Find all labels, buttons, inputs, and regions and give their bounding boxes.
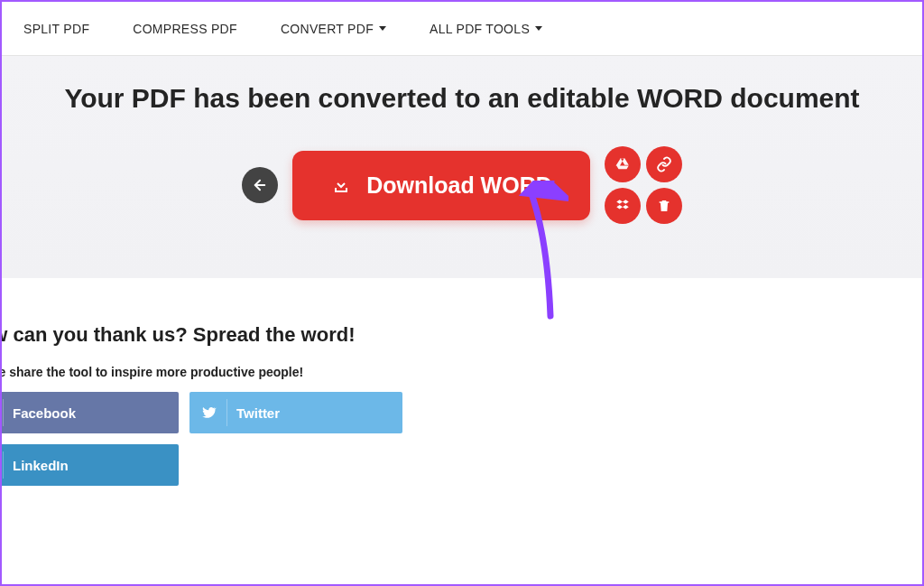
nav-item-label: CONVERT PDF — [281, 22, 374, 36]
nav-item-split-pdf[interactable]: SPLIT PDF — [23, 22, 89, 36]
save-dropbox-button[interactable] — [605, 188, 641, 224]
download-icon — [330, 174, 352, 196]
share-linkedin-label: LinkedIn — [13, 458, 69, 473]
share-facebook-label: Facebook — [13, 405, 76, 421]
download-row: Download WORD — [2, 146, 922, 224]
delete-button[interactable] — [646, 188, 682, 224]
hero-section: Your PDF has been converted to an editab… — [2, 56, 922, 278]
thanks-subtitle: Please share the tool to inspire more pr… — [0, 365, 922, 379]
share-facebook-button[interactable]: Facebook — [0, 392, 179, 433]
nav-item-all-pdf-tools[interactable]: ALL PDF TOOLS — [430, 22, 542, 36]
thanks-heading: How can you thank us? Spread the word! — [0, 323, 922, 347]
nav-item-compress-pdf[interactable]: COMPRESS PDF — [133, 22, 237, 36]
dropbox-icon — [614, 198, 631, 214]
nav-item-convert-pdf[interactable]: CONVERT PDF — [281, 22, 386, 36]
nav-item-label: ALL PDF TOOLS — [430, 22, 530, 36]
top-nav: SPLIT PDF COMPRESS PDF CONVERT PDF ALL P… — [2, 2, 922, 56]
share-linkedin-button[interactable]: LinkedIn — [0, 444, 179, 486]
share-row-2: LinkedIn — [0, 444, 922, 486]
nav-item-label: SPLIT PDF — [23, 22, 89, 36]
share-twitter-label: Twitter — [236, 405, 280, 421]
linkedin-icon — [0, 444, 4, 486]
copy-link-button[interactable] — [646, 146, 682, 182]
arrow-left-icon — [252, 177, 268, 193]
thanks-section: How can you thank us? Spread the word! P… — [0, 278, 922, 515]
google-drive-icon — [614, 156, 631, 172]
trash-icon — [657, 199, 671, 213]
share-row-1: Facebook Twitter — [0, 392, 922, 433]
twitter-icon — [189, 392, 227, 433]
page-title: Your PDF has been converted to an editab… — [2, 83, 922, 114]
nav-item-label: COMPRESS PDF — [133, 22, 237, 36]
facebook-icon — [0, 392, 4, 433]
back-button[interactable] — [242, 167, 278, 203]
chevron-down-icon — [379, 26, 386, 31]
cloud-actions — [605, 146, 682, 224]
download-button-label: Download WORD — [366, 172, 552, 199]
chevron-down-icon — [535, 26, 542, 31]
download-button[interactable]: Download WORD — [292, 151, 590, 220]
link-icon — [656, 156, 672, 172]
save-google-drive-button[interactable] — [605, 146, 641, 182]
share-twitter-button[interactable]: Twitter — [189, 392, 402, 433]
